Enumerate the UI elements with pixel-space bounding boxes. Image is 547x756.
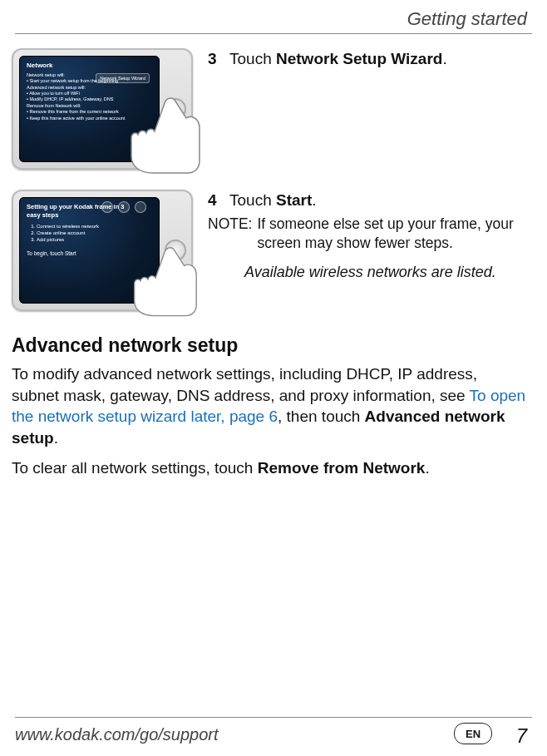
screen-icon-1 — [101, 201, 113, 213]
screen-top-icons — [101, 201, 146, 213]
step-3-line: 3 Touch Network Setup Wizard. — [208, 48, 527, 70]
p1-c: . — [54, 429, 58, 447]
note-label: NOTE: — [208, 215, 252, 254]
page-number: 7 — [516, 724, 527, 748]
step-number: 3 — [208, 48, 219, 70]
screen-step-2: Create online account — [37, 230, 135, 236]
advanced-section: Advanced network setup To modify advance… — [12, 334, 527, 487]
step-3-row: Network Network setup will: • Start your… — [12, 48, 527, 170]
language-badge: EN — [454, 723, 492, 744]
page: Getting started Network Network setup wi… — [0, 0, 547, 756]
step-4-line: 4 Touch Start. — [208, 190, 527, 211]
step-3-bold: Network Setup Wizard — [276, 50, 442, 67]
step-4-suffix: . — [312, 191, 316, 209]
step-4-bold: Start — [276, 191, 312, 209]
p2-b: . — [425, 459, 429, 477]
section-para-2: To clear all network settings, touch Rem… — [12, 457, 527, 479]
screen-title: Network — [27, 62, 125, 71]
screen-step-1: Connect to wireless network — [37, 223, 135, 230]
footer-rule — [15, 717, 532, 718]
hand-icon — [110, 91, 201, 175]
section-heading: Advanced network setup — [12, 334, 527, 357]
step-4-prefix: Touch — [229, 191, 276, 209]
step-3-prefix: Touch — [229, 50, 276, 67]
screen-wizard-button: Network Setup Wizard — [96, 73, 150, 83]
step-3-suffix: . — [442, 50, 446, 67]
step-4-note: NOTE: If someone else set up your frame,… — [208, 215, 527, 254]
language-code: EN — [466, 728, 480, 740]
p1-b: , then touch — [278, 408, 365, 425]
step-3-body: 3 Touch Network Setup Wizard. — [208, 48, 527, 72]
step-4-row: Setting up your Kodak frame in 3 easy st… — [12, 190, 527, 311]
device-illustration-2: Setting up your Kodak frame in 3 easy st… — [12, 190, 193, 311]
p2-a: To clear all network settings, touch — [12, 459, 258, 477]
section-para-1: To modify advanced network settings, inc… — [12, 363, 527, 449]
screen-steps-list: Connect to wireless network Create onlin… — [37, 223, 135, 243]
hand-icon-2 — [115, 241, 198, 318]
screen-icon-2 — [118, 201, 130, 213]
step-4-body: 4 Touch Start. NOTE: If someone else set… — [208, 190, 527, 282]
p2-bold: Remove from Network — [258, 459, 426, 477]
note-text: If someone else set up your frame, your … — [257, 215, 527, 254]
header-rule — [15, 33, 532, 34]
step-4-text: Touch Start. — [229, 190, 317, 211]
device-illustration-1: Network Network setup will: • Start your… — [12, 48, 193, 170]
footer-url[interactable]: www.kodak.com/go/support — [15, 725, 219, 744]
step-3-text: Touch Network Setup Wizard. — [229, 48, 447, 70]
running-header: Getting started — [407, 8, 527, 30]
step-number-4: 4 — [208, 190, 219, 211]
p1-a: To modify advanced network settings, inc… — [12, 365, 477, 404]
available-networks-text: Available wireless networks are listed. — [244, 262, 527, 282]
screen-icon-3 — [135, 201, 146, 213]
step-list: Network Network setup will: • Start your… — [12, 48, 527, 316]
